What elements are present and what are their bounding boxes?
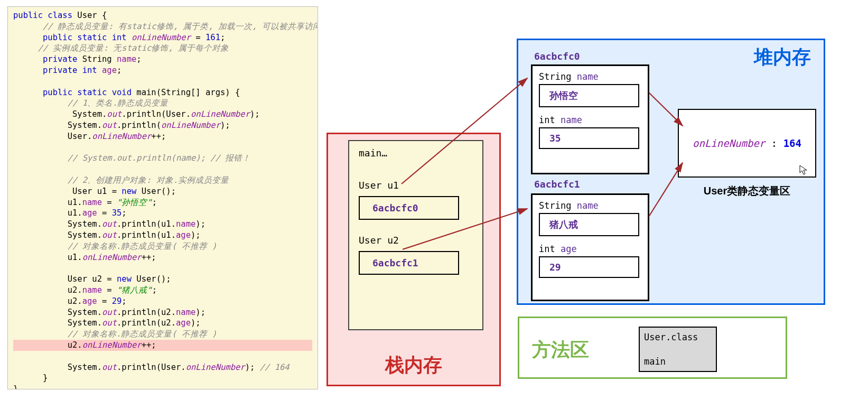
heap-obj1: String name 猪八戒 int age 29 (531, 193, 649, 301)
oln-init: 161 (206, 33, 220, 42)
obj0-name-val: 孙悟空 (539, 84, 639, 107)
heap-obj0: String name 孙悟空 int name 35 (531, 64, 649, 174)
static-var-name: onLineNumber (693, 137, 765, 149)
obj0-age-val: 35 (539, 127, 639, 149)
highlighted-line: u2.onLineNumber++; (13, 340, 312, 351)
static-var-box: onLineNumber : 164 (678, 109, 816, 178)
stack-u1-label: User u1 (359, 180, 473, 191)
cmt-2: // 2、创建用户对象: 对象.实例成员变量 (68, 175, 229, 185)
u2-name: "猪八戒" (117, 285, 152, 295)
static-var-val: 164 (783, 137, 801, 149)
kw-public: public (13, 11, 43, 20)
method-area-title: 方法区 (532, 337, 589, 363)
stack-u2-addr: 6acbcfc1 (359, 251, 459, 275)
obj1-name-val: 猪八戒 (539, 213, 639, 236)
main-frame: main… User u1 6acbcfc0 User u2 6acbcfc1 (348, 140, 483, 330)
u1-name: "孙悟空" (117, 198, 152, 207)
stack-u1-addr: 6acbcfc0 (359, 196, 459, 220)
obj1-age-val: 29 (539, 256, 639, 278)
cmt-err: // System.out.println(name); // 报错！ (68, 153, 251, 163)
kw-class: class (48, 11, 72, 20)
stack-memory: main… User u1 6acbcfc0 User u2 6acbcfc1 … (326, 133, 501, 386)
oln-decl: onLineNumber (132, 33, 191, 42)
main-method-label: main (644, 356, 712, 367)
heap-title: 堆内存 (754, 44, 811, 70)
static-var-label: User类静态变量区 (678, 184, 816, 198)
cmt-last: // 164 (260, 362, 290, 372)
main-label: main… (359, 147, 473, 159)
u1-age: 35 (112, 208, 122, 218)
stack-u2-label: User u2 (359, 235, 473, 246)
heap-memory: 堆内存 6acbcfc0 String name 孙悟空 int name 35… (517, 39, 825, 305)
class-file-label: User.class (644, 332, 712, 342)
cmt-static: // 静态成员变量: 有static修饰, 属于类, 加载一次, 可以被共享访问 (43, 22, 318, 31)
code-panel: public class User { // 静态成员变量: 有static修饰… (7, 6, 318, 389)
u2-age: 29 (112, 296, 122, 306)
class-box: User.class main (639, 327, 717, 372)
cmt-inst: // 实例成员变量: 无static修饰, 属于每个对象 (38, 43, 229, 53)
cmt-1: // 1、类名.静态成员变量 (68, 98, 169, 108)
heap-obj1-addr: 6acbcfc1 (534, 179, 580, 190)
class-name: User (77, 11, 97, 20)
stack-title: 栈内存 (328, 352, 499, 378)
heap-obj0-addr: 6acbcfc0 (534, 51, 580, 62)
method-area: 方法区 User.class main (518, 317, 787, 379)
